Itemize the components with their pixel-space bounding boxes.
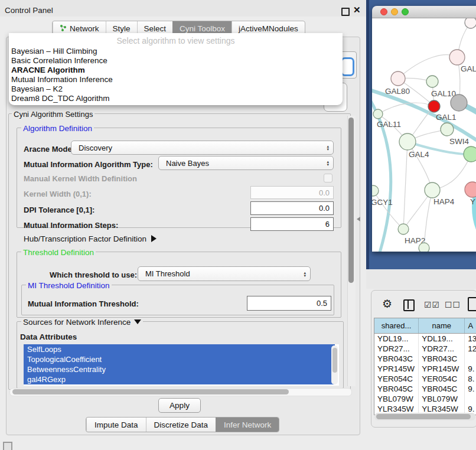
bottom-tab[interactable]: Infer Network <box>216 418 279 432</box>
table-horizontal-scrollbar-thumb[interactable] <box>376 414 471 419</box>
network-node[interactable] <box>391 71 405 86</box>
bottom-tab[interactable]: Discretize Data <box>146 418 216 432</box>
network-node[interactable] <box>428 100 440 112</box>
network-node[interactable] <box>441 123 454 136</box>
dpi-tolerance-label: DPI Tolerance [0,1]: <box>24 206 94 214</box>
table-header-row: shared... name A <box>374 318 476 334</box>
aracne-mode-value: Discovery <box>79 144 112 152</box>
mi-type-value: Naive Bayes <box>166 159 209 168</box>
table-row[interactable]: YBL079W YBL079W <box>374 394 476 404</box>
algorithm-option[interactable]: Bayesian – Hill Climbing <box>9 47 343 56</box>
aracne-mode-combobox[interactable]: Discovery ▴▾ <box>71 141 334 155</box>
algorithm-option[interactable]: Basic Correlation Inference <box>9 56 343 66</box>
algorithm-option[interactable]: Mutual Information Inference <box>9 75 343 84</box>
aracne-mode-label: Aracne Mode: <box>24 145 74 154</box>
control-panel-titlebar: Control Panel <box>0 0 366 17</box>
mi-type-combobox[interactable]: Naive Bayes ▴▾ <box>158 156 334 170</box>
network-node-label: GAL1 <box>436 113 457 122</box>
data-attribute-item[interactable]: BetweennessCentrality <box>24 364 335 374</box>
table-row[interactable]: YER054C YER054C 8. <box>374 374 476 384</box>
which-threshold-label: Which threshold to use: <box>50 270 137 279</box>
network-node[interactable] <box>465 182 476 197</box>
attribute-list-scrollbar-thumb[interactable] <box>332 348 337 373</box>
algorithm-option[interactable]: ARACNE Algorithm <box>9 66 343 75</box>
export-table-icon[interactable] <box>468 297 476 311</box>
network-node[interactable] <box>465 18 476 28</box>
combo-spinner-icon: ▴▾ <box>304 271 306 277</box>
data-attribute-item[interactable]: TopologicalCoefficient <box>24 354 335 364</box>
cell-value: 12 <box>465 344 476 354</box>
close-icon[interactable]: ✕ <box>353 5 361 15</box>
cell-shared-name: YDL19... <box>374 334 419 344</box>
table-row[interactable]: YDR27... YDR27... 12 <box>374 344 476 354</box>
gear-icon[interactable]: ⚙ <box>382 298 392 309</box>
cell-shared-name: YBR043C <box>374 354 419 364</box>
cell-value: 9. <box>465 384 476 394</box>
manual-kernel-checkbox[interactable] <box>324 174 332 182</box>
mi-steps-label: Mutual Information Steps: <box>24 221 118 230</box>
table-header-shared-name[interactable]: shared... <box>374 318 419 333</box>
hub-definition-expander[interactable]: Hub/Transcription Factor Definition <box>24 234 157 243</box>
network-node[interactable] <box>451 94 467 111</box>
network-edge <box>403 142 407 229</box>
deselect-all-icon[interactable]: ☐☐ <box>445 300 461 309</box>
tab-label: Cyni Toolbox <box>180 24 225 33</box>
mi-steps-field[interactable]: 6 <box>250 217 334 231</box>
network-node-label: GAL80 <box>385 87 410 96</box>
network-view[interactable]: GALGAL80GAL10GAL1GAL11GAL4SWI4GCY1HAP4YH… <box>372 18 476 252</box>
network-node[interactable] <box>419 243 429 252</box>
expander-open-icon <box>134 319 141 324</box>
tab-label: Network <box>70 24 99 33</box>
combobox-focus-arrow[interactable] <box>341 57 354 76</box>
algorithm-dropdown-popup: Select algorithm to view settings Bayesi… <box>9 33 343 105</box>
network-node-label: Y <box>470 197 475 206</box>
table-header-name[interactable]: name <box>419 318 465 333</box>
network-canvas[interactable]: GALGAL80GAL10GAL1GAL11GAL4SWI4GCY1HAP4YH… <box>372 18 476 252</box>
network-window-titlebar[interactable] <box>372 6 476 18</box>
network-node[interactable] <box>373 109 383 119</box>
zoom-traffic-light[interactable] <box>402 8 409 15</box>
table-row[interactable]: YBR045C YBR045C 9. <box>374 384 476 394</box>
tab-label: Select <box>144 24 167 33</box>
algorithm-option-list: Bayesian – Hill Climbing Basic Correlati… <box>9 47 343 103</box>
kernel-width-field[interactable]: 0.0 <box>250 186 334 199</box>
algorithm-option[interactable]: Dream8 DC_TDC Algorithm <box>9 94 343 103</box>
corner-widget-icon[interactable] <box>3 442 12 450</box>
settings-scrollbar-thumb[interactable] <box>348 118 354 283</box>
table-row[interactable]: YBR043C YBR043C <box>374 354 476 364</box>
network-node[interactable] <box>399 133 416 150</box>
table-row[interactable]: YDL19... YDL19... 13 <box>374 334 476 344</box>
float-window-icon[interactable] <box>341 8 350 16</box>
bottom-tab[interactable]: Impute Data <box>86 418 146 432</box>
select-all-icon[interactable]: ☑☑ <box>424 300 440 309</box>
network-node-label: GAL10 <box>431 89 456 98</box>
table-header-partial[interactable]: A <box>465 318 476 333</box>
dpi-tolerance-field[interactable]: 0.0 <box>250 201 334 215</box>
cell-name: YBR045C <box>419 384 465 394</box>
settings-horizontal-scrollbar-thumb[interactable] <box>12 389 289 394</box>
cell-shared-name: YBL079W <box>374 394 419 404</box>
network-node[interactable] <box>464 146 476 162</box>
sources-expander[interactable]: Sources for Network Inference <box>21 318 143 327</box>
network-node[interactable] <box>398 224 409 234</box>
cell-name: YBR043C <box>419 354 465 364</box>
mi-threshold-field[interactable]: 0.5 <box>247 296 331 311</box>
cell-value <box>465 394 476 404</box>
close-traffic-light[interactable] <box>380 8 387 15</box>
network-node-label: SWI4 <box>449 137 469 146</box>
data-attribute-item[interactable]: SelfLoops <box>24 344 335 354</box>
network-node[interactable] <box>426 76 438 87</box>
network-node[interactable] <box>449 50 465 65</box>
splitter-collapse-icon[interactable] <box>357 217 360 221</box>
network-node[interactable] <box>372 185 379 196</box>
cell-shared-name: YER054C <box>374 374 419 384</box>
apply-button[interactable]: Apply <box>158 398 201 413</box>
column-selector-icon[interactable] <box>403 299 415 311</box>
algorithm-option[interactable]: Bayesian – K2 <box>9 84 343 94</box>
table-row[interactable]: YPR145W YPR145W 9. <box>374 364 476 374</box>
which-threshold-combobox[interactable]: MI Threshold ▴▾ <box>138 266 311 281</box>
network-node[interactable] <box>425 182 440 198</box>
minimize-traffic-light[interactable] <box>391 8 398 15</box>
network-edge <box>372 95 391 252</box>
data-attribute-item[interactable]: gal4RGexp <box>24 374 335 384</box>
